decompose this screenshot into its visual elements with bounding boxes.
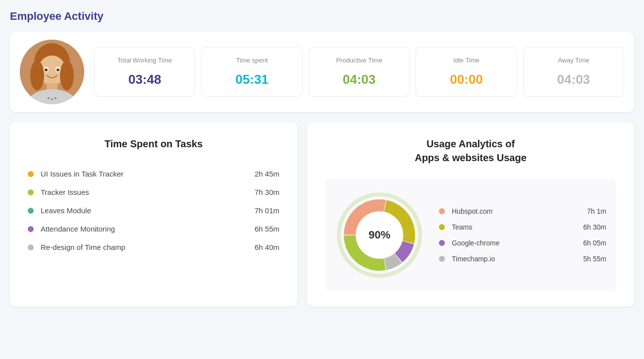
stat-value: 03:48 [103, 72, 187, 87]
stat-card: Time spent 05:31 [201, 47, 302, 97]
legend-item: Teams 6h 30m [439, 219, 606, 235]
task-dot [28, 244, 34, 250]
stat-value: 04:03 [532, 72, 616, 87]
task-dot [28, 189, 34, 195]
stat-label: Away Time [532, 57, 616, 64]
analytics-inner: 90% Hubspot.com 7h 1m Teams 6h 30m Googl… [325, 179, 616, 292]
legend-time: 6h 30m [583, 223, 606, 231]
stat-label: Idle Time [424, 57, 508, 64]
svg-point-10 [56, 68, 59, 71]
svg-point-12 [51, 98, 53, 100]
legend-time: 7h 1m [587, 207, 606, 215]
legend-name: Google-chrome [452, 239, 583, 247]
task-dot [28, 226, 34, 232]
legend-dot [439, 208, 445, 214]
donut-percent: 90% [369, 229, 390, 241]
task-item: Leaves Module 7h 01m [28, 201, 279, 220]
legend-dot [439, 224, 445, 230]
stat-value: 05:31 [210, 72, 294, 87]
task-time: 2h 45m [255, 170, 279, 178]
legend-name: Teams [452, 223, 583, 231]
task-name: Tracker Issues [41, 188, 255, 196]
task-time: 6h 40m [255, 243, 279, 251]
legend-list: Hubspot.com 7h 1m Teams 6h 30m Google-ch… [439, 203, 606, 267]
left-panel: Time Spent on Tasks UI Issues in Task Tr… [10, 122, 297, 306]
task-name: Attendance Monitoring [41, 225, 255, 233]
task-item: Tracker Issues 7h 30m [28, 183, 279, 201]
avatar [20, 40, 84, 104]
analytics-title: Usage Analytics ofApps & websites Usage [325, 137, 616, 165]
legend-dot [439, 256, 445, 262]
top-section: Total Working Time 03:48Time spent 05:31… [10, 32, 634, 112]
svg-point-3 [30, 60, 44, 90]
legend-name: Timechamp.io [452, 255, 583, 263]
stat-value: 04:03 [317, 72, 401, 87]
task-item: UI Issues in Task Tracker 2h 45m [28, 165, 279, 183]
task-dot [28, 208, 34, 214]
legend-name: Hubspot.com [452, 207, 587, 215]
stat-label: Time spent [210, 57, 294, 64]
svg-point-4 [60, 60, 74, 90]
task-name: UI Issues in Task Tracker [41, 170, 255, 178]
legend-time: 5h 55m [583, 255, 606, 263]
task-time: 6h 55m [255, 225, 279, 233]
tasks-title: Time Spent on Tasks [28, 137, 279, 151]
stat-card: Idle Time 00:00 [416, 47, 517, 97]
stat-value: 00:00 [424, 72, 508, 87]
stat-card: Total Working Time 03:48 [94, 47, 195, 97]
task-dot [28, 171, 34, 177]
donut-chart: 90% [335, 190, 424, 280]
stat-label: Total Working Time [103, 57, 187, 64]
svg-point-11 [48, 97, 50, 99]
stat-card: Productive Time 04:03 [309, 47, 410, 97]
legend-dot [439, 240, 445, 246]
legend-time: 6h 05m [583, 239, 606, 247]
legend-item: Hubspot.com 7h 1m [439, 203, 606, 219]
stat-cards: Total Working Time 03:48Time spent 05:31… [94, 47, 624, 97]
task-item: Re-design of Time champ 6h 40m [28, 238, 279, 256]
task-name: Leaves Module [41, 206, 255, 215]
stat-label: Productive Time [317, 57, 401, 64]
task-item: Attendance Monitoring 6h 55m [28, 220, 279, 238]
task-time: 7h 01m [255, 206, 279, 215]
task-name: Re-design of Time champ [41, 243, 255, 251]
task-time: 7h 30m [255, 188, 279, 196]
right-panel: Usage Analytics ofApps & websites Usage … [307, 122, 634, 306]
task-list: UI Issues in Task Tracker 2h 45m Tracker… [28, 165, 279, 256]
legend-item: Google-chrome 6h 05m [439, 235, 606, 251]
page-title: Employee Activity [10, 10, 634, 23]
stat-card: Away Time 04:03 [523, 47, 624, 97]
svg-point-9 [45, 68, 48, 71]
bottom-section: Time Spent on Tasks UI Issues in Task Tr… [10, 122, 634, 306]
legend-item: Timechamp.io 5h 55m [439, 251, 606, 267]
svg-point-13 [54, 97, 56, 99]
